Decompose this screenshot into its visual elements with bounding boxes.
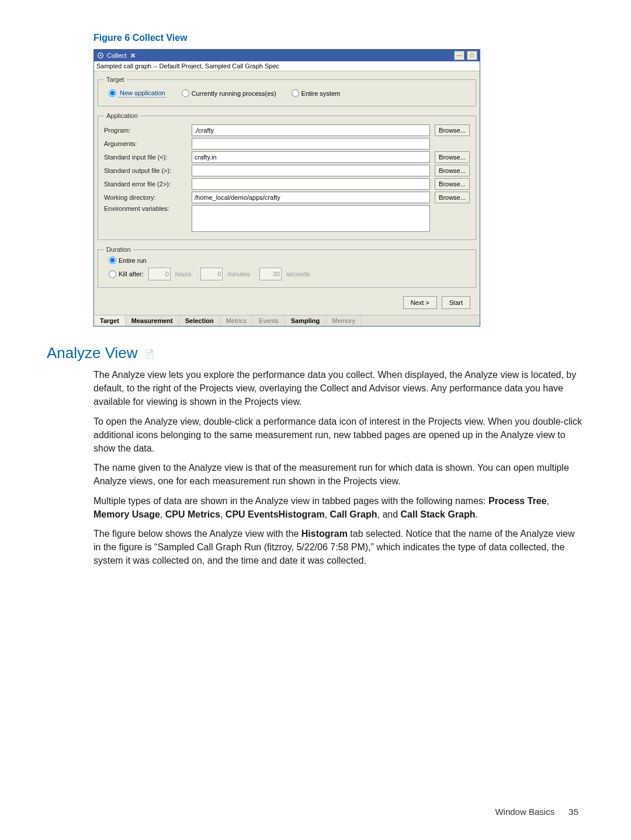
section-title: Analyze View 📄	[47, 344, 584, 362]
radio-entire-run[interactable]: Entire run	[109, 256, 147, 264]
text: , and	[377, 509, 400, 519]
radio-label: Entire system	[301, 90, 341, 97]
svg-point-1	[100, 55, 102, 57]
unit-hours: hours	[175, 270, 192, 277]
minimize-button[interactable]: —	[454, 51, 464, 60]
program-input[interactable]	[192, 124, 430, 136]
application-legend: Application	[104, 112, 140, 119]
browse-wd-button[interactable]: Browse...	[435, 192, 470, 203]
label-wd: Working directory:	[104, 194, 192, 201]
minutes-input	[200, 268, 223, 280]
radio-running-processes[interactable]: Currently running process(es)	[182, 89, 276, 97]
label-program: Program:	[104, 127, 192, 134]
text: Multiple types of data are shown in the …	[93, 496, 488, 506]
text: ,	[547, 496, 549, 506]
stdin-input[interactable]	[192, 151, 430, 163]
radio-label: Entire run	[119, 257, 147, 264]
application-group: Application Program: Browse... Arguments…	[98, 112, 476, 240]
seconds-input	[259, 268, 282, 280]
tab-measurement[interactable]: Measurement	[126, 315, 179, 326]
bold: Call Graph	[330, 509, 377, 519]
maximize-button[interactable]: □	[467, 51, 477, 60]
paragraph: To open the Analyze view, double-click a…	[93, 415, 584, 456]
paragraph: The name given to the Analyze view is th…	[93, 461, 584, 488]
bold: Histogram	[301, 529, 348, 539]
document-icon: 📄	[144, 349, 154, 359]
titlebar: Collect ✕ — □	[94, 50, 480, 61]
bold: CPU EventsHistogram	[226, 509, 325, 519]
target-legend: Target	[104, 76, 127, 83]
env-input[interactable]	[192, 205, 430, 232]
radio-label: Currently running process(es)	[192, 90, 276, 97]
bold: Memory Usage	[93, 509, 160, 519]
window-subtitle: Sampled call graph -- Default Project, S…	[94, 61, 480, 71]
text: ,	[160, 509, 165, 519]
section-title-text: Analyze View	[47, 344, 138, 362]
tab-target[interactable]: Target	[94, 315, 126, 326]
radio-new-application-input[interactable]	[109, 89, 116, 97]
tab-selection[interactable]: Selection	[179, 315, 220, 326]
label-stdout: Standard output file (>):	[104, 167, 192, 174]
radio-running-processes-input[interactable]	[182, 89, 189, 97]
stdout-input[interactable]	[192, 165, 430, 176]
tab-memory[interactable]: Memory	[326, 315, 362, 326]
collect-window: Collect ✕ — □ Sampled call graph -- Defa…	[93, 49, 480, 327]
label-stderr: Standard error file (2>):	[104, 181, 192, 188]
browse-stderr-button[interactable]: Browse...	[435, 178, 470, 190]
text: ,	[220, 509, 226, 519]
text: The figure below shows the Analyze view …	[93, 529, 301, 539]
bold: Process Tree	[488, 496, 547, 506]
browse-stdout-button[interactable]: Browse...	[435, 165, 470, 176]
text: ,	[325, 509, 330, 519]
wd-input[interactable]	[192, 192, 430, 203]
arguments-input[interactable]	[192, 138, 430, 150]
browse-stdin-button[interactable]: Browse...	[435, 151, 470, 163]
label-env: Environment variables:	[104, 205, 192, 212]
target-group: Target New application Currently running…	[98, 76, 476, 106]
duration-legend: Duration	[104, 246, 133, 253]
radio-label: New application	[119, 89, 167, 98]
label-arguments: Arguments:	[104, 140, 192, 147]
gear-icon	[96, 51, 105, 60]
window-title: Collect	[107, 52, 127, 59]
label-stdin: Standard input file (<):	[104, 154, 192, 161]
hours-input	[148, 268, 171, 280]
paragraph: The Analyze view lets you explore the pe…	[93, 368, 584, 409]
browse-program-button[interactable]: Browse...	[435, 124, 470, 136]
tab-sampling[interactable]: Sampling	[285, 315, 327, 326]
radio-entire-system-input[interactable]	[292, 89, 299, 97]
footer-label: Window Basics	[495, 807, 554, 817]
bottom-tabs: Target Measurement Selection Metrics Eve…	[94, 315, 480, 326]
tab-events[interactable]: Events	[253, 315, 285, 326]
stderr-input[interactable]	[192, 178, 430, 190]
radio-entire-system[interactable]: Entire system	[292, 89, 341, 97]
page-number: 35	[568, 807, 578, 817]
next-button[interactable]: Next >	[403, 296, 437, 309]
radio-label: Kill after:	[119, 270, 144, 277]
tab-close-icon[interactable]: ✕	[130, 52, 136, 60]
unit-seconds: seconds	[286, 270, 310, 277]
bold: Call Stack Graph	[401, 509, 476, 519]
unit-minutes: minutes	[227, 270, 250, 277]
radio-kill-after-input[interactable]	[109, 270, 116, 278]
figure-caption: Figure 6 Collect View	[93, 33, 584, 43]
radio-kill-after[interactable]: Kill after:	[109, 270, 144, 278]
paragraph: Multiple types of data are shown in the …	[93, 494, 584, 521]
page-footer: Window Basics 35	[495, 807, 578, 817]
text: .	[476, 509, 478, 519]
paragraph: The figure below shows the Analyze view …	[93, 527, 584, 568]
radio-entire-run-input[interactable]	[109, 256, 116, 264]
duration-group: Duration Entire run Kill after: hours mi…	[98, 246, 476, 288]
radio-new-application[interactable]: New application	[109, 89, 167, 98]
start-button[interactable]: Start	[442, 296, 470, 309]
tab-metrics[interactable]: Metrics	[220, 315, 253, 326]
bold: CPU Metrics	[165, 509, 220, 519]
